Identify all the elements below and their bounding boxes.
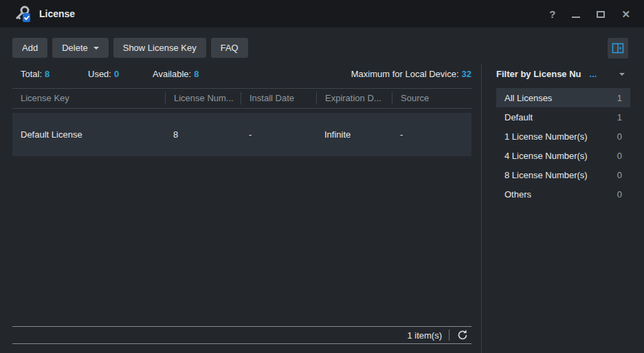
- status-divider: [449, 330, 449, 341]
- cell-expiration-date: Infinite: [316, 129, 392, 140]
- column-header-source[interactable]: Source: [392, 92, 471, 105]
- stat-available-value: 8: [194, 69, 199, 79]
- license-stats: Total:8 Used:0 Available:8 Maximum for L…: [12, 69, 471, 81]
- status-bar: 1 item(s): [12, 326, 471, 344]
- column-header-license-number[interactable]: License Num...: [165, 92, 241, 105]
- item-count: 1 item(s): [407, 330, 442, 341]
- stat-available: Available:8: [153, 69, 199, 79]
- add-button[interactable]: Add: [12, 38, 47, 58]
- stat-max-local-device: Maximum for Local Device:32: [351, 69, 471, 79]
- delete-button[interactable]: Delete: [52, 38, 109, 58]
- filter-item-count: 0: [617, 189, 630, 200]
- cell-source: -: [392, 129, 471, 140]
- stat-used: Used:0: [88, 69, 119, 79]
- cell-install-date: -: [241, 129, 316, 140]
- filter-item-label: All Licenses: [496, 93, 552, 103]
- main-panel: Add Delete Show License Key FAQ Total:8 …: [12, 28, 471, 353]
- window-title: License: [39, 8, 75, 19]
- filter-item-label: Default: [496, 112, 533, 122]
- column-header-install-date[interactable]: Install Date: [241, 92, 316, 105]
- stat-used-value: 0: [114, 69, 119, 79]
- maximize-icon[interactable]: [597, 9, 605, 19]
- chevron-down-icon[interactable]: [619, 73, 625, 76]
- license-window: License ? ✕ Add Delete Show License Key …: [0, 0, 644, 353]
- close-icon[interactable]: ✕: [621, 9, 630, 19]
- filter-item-count: 0: [617, 151, 630, 161]
- add-button-label: Add: [22, 43, 38, 53]
- window-controls: ? ✕: [549, 0, 630, 28]
- faq-button-label: FAQ: [221, 43, 238, 53]
- filter-item-count: 0: [617, 131, 630, 142]
- filter-item-count: 1: [617, 93, 630, 103]
- stat-total-value: 8: [45, 69, 49, 79]
- titlebar: License ? ✕: [0, 0, 644, 28]
- table-row[interactable]: Default License 8 - Infinite -: [12, 113, 471, 156]
- stat-total: Total:8: [21, 69, 49, 79]
- cell-license-key: Default License: [12, 129, 165, 140]
- column-header-expiration-date[interactable]: Expiration D...: [316, 92, 392, 105]
- filter-item-default[interactable]: Default 1: [496, 107, 630, 127]
- filter-item-label: 1 License Number(s): [496, 131, 588, 142]
- license-key-icon: [14, 5, 32, 23]
- stat-max-label: Maximum for Local Device:: [351, 69, 459, 79]
- table-header: License Key License Num... Install Date …: [12, 88, 471, 109]
- refresh-icon: [456, 329, 469, 341]
- filter-list: All Licenses 1 Default 1 1 License Numbe…: [496, 88, 630, 204]
- filter-title: Filter by License Nu: [496, 69, 581, 79]
- filter-item-all-licenses[interactable]: All Licenses 1: [496, 88, 630, 107]
- filter-item-4-license[interactable]: 4 License Number(s) 0: [496, 146, 630, 165]
- minimize-icon[interactable]: [572, 9, 580, 19]
- refresh-button[interactable]: [456, 329, 469, 341]
- toolbar: Add Delete Show License Key FAQ: [12, 38, 248, 58]
- filter-item-label: Others: [496, 189, 531, 200]
- filter-sidebar: Filter by License Nu ... All Licenses 1 …: [496, 28, 630, 353]
- filter-item-8-license[interactable]: 8 License Number(s) 0: [496, 165, 630, 184]
- stat-available-label: Available:: [153, 69, 191, 79]
- faq-button[interactable]: FAQ: [211, 38, 248, 58]
- panel-divider: [481, 64, 482, 353]
- filter-item-count: 1: [617, 112, 630, 122]
- filter-header[interactable]: Filter by License Nu ...: [496, 69, 630, 79]
- chevron-down-icon: [93, 47, 99, 50]
- filter-item-count: 0: [617, 170, 630, 180]
- filter-item-others[interactable]: Others 0: [496, 184, 630, 204]
- column-header-license-key[interactable]: License Key: [12, 92, 165, 105]
- stat-used-label: Used:: [88, 69, 111, 79]
- stat-max-value: 32: [462, 69, 471, 79]
- delete-button-label: Delete: [62, 43, 88, 53]
- filter-item-1-license[interactable]: 1 License Number(s) 0: [496, 127, 630, 146]
- show-license-key-label: Show License Key: [123, 43, 197, 53]
- filter-title-ellipsis: ...: [590, 69, 597, 79]
- filter-item-label: 8 License Number(s): [496, 170, 588, 180]
- help-icon[interactable]: ?: [549, 9, 555, 19]
- show-license-key-button[interactable]: Show License Key: [113, 38, 206, 58]
- stat-total-label: Total:: [21, 69, 42, 79]
- cell-license-number: 8: [165, 129, 241, 140]
- filter-item-label: 4 License Number(s): [496, 151, 588, 161]
